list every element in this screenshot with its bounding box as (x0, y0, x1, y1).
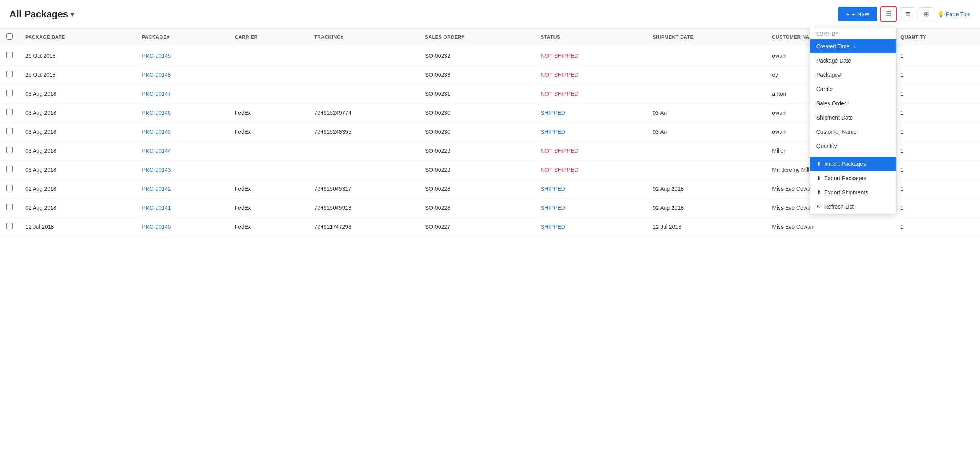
upload-icon-2: ⬆ (816, 189, 821, 196)
row-checkbox-cell[interactable] (0, 179, 19, 198)
cell-package-num[interactable]: PKG-00140 (135, 217, 228, 236)
sort-option-label: Quantity (816, 143, 837, 149)
status-badge: SHIPPED (541, 110, 565, 116)
cell-sales-order: SO-00227 (419, 217, 534, 236)
sort-option-sales-order[interactable]: Sales Order# (810, 96, 896, 110)
sort-option-label: Shipment Date (816, 114, 853, 121)
row-checkbox-cell[interactable] (0, 122, 19, 141)
cell-carrier: FedEx (229, 103, 308, 122)
sort-option-package-num[interactable]: Package# (810, 68, 896, 82)
package-link[interactable]: PKG-00141 (142, 205, 171, 211)
cell-quantity: 1 (894, 198, 980, 217)
sort-option-customer-name[interactable]: Customer Name (810, 125, 896, 139)
cell-tracking (308, 65, 419, 84)
col-tracking: TRACKING# (308, 29, 419, 46)
row-checkbox[interactable] (6, 52, 13, 58)
cell-carrier: FedEx (229, 217, 308, 236)
sort-option-created-time[interactable]: Created Time ↓ (810, 39, 896, 53)
row-checkbox-cell[interactable] (0, 141, 19, 160)
package-link[interactable]: PKG-00144 (142, 148, 171, 154)
chevron-down-icon[interactable]: ▾ (71, 10, 74, 19)
cell-package-num[interactable]: PKG-00144 (135, 141, 228, 160)
cell-package-num[interactable]: PKG-00141 (135, 198, 228, 217)
status-badge: SHIPPED (541, 205, 565, 211)
cell-package-num[interactable]: PKG-00142 (135, 179, 228, 198)
row-checkbox[interactable] (6, 71, 13, 77)
cell-package-num[interactable]: PKG-00143 (135, 160, 228, 179)
row-checkbox-cell[interactable] (0, 217, 19, 236)
cell-package-num[interactable]: PKG-00147 (135, 84, 228, 103)
select-all-checkbox[interactable] (6, 33, 13, 40)
row-checkbox-cell[interactable] (0, 46, 19, 65)
list-view-button[interactable]: ☰ (900, 7, 915, 21)
cell-status: NOT SHIPPED (534, 141, 646, 160)
package-link[interactable]: PKG-00143 (142, 167, 171, 173)
package-link[interactable]: PKG-00147 (142, 91, 171, 97)
row-checkbox-cell[interactable] (0, 160, 19, 179)
select-all-header[interactable] (0, 29, 19, 46)
cell-sales-order: SO-00229 (419, 141, 534, 160)
sort-option-package-date[interactable]: Package Date (810, 53, 896, 68)
cell-tracking (308, 141, 419, 160)
row-checkbox-cell[interactable] (0, 84, 19, 103)
sort-option-carrier[interactable]: Carrier (810, 82, 896, 96)
package-link[interactable]: PKG-00148 (142, 72, 171, 78)
status-badge: NOT SHIPPED (541, 72, 578, 78)
refresh-list-item[interactable]: ↻ Refresh List (810, 200, 896, 214)
export-shipments-item[interactable]: ⬆ Export Shipments (810, 185, 896, 200)
sort-button[interactable]: ☰ (880, 6, 897, 22)
export-packages-label: Export Packages (824, 175, 866, 181)
cell-package-num[interactable]: PKG-00146 (135, 103, 228, 122)
row-checkbox-cell[interactable] (0, 103, 19, 122)
row-checkbox[interactable] (6, 109, 13, 115)
cell-shipment-date (646, 46, 766, 65)
status-badge: SHIPPED (541, 129, 565, 135)
row-checkbox-cell[interactable] (0, 198, 19, 217)
col-sales-order: SALES ORDER# (419, 29, 534, 46)
package-link[interactable]: PKG-00140 (142, 224, 171, 230)
cell-carrier (229, 84, 308, 103)
cell-package-num[interactable]: PKG-00149 (135, 46, 228, 65)
row-checkbox-cell[interactable] (0, 65, 19, 84)
package-link[interactable]: PKG-00145 (142, 129, 171, 135)
row-checkbox[interactable] (6, 204, 13, 210)
row-checkbox[interactable] (6, 128, 13, 134)
cell-carrier (229, 46, 308, 65)
grid-icon: ⊞ (924, 11, 929, 18)
status-badge: NOT SHIPPED (541, 167, 578, 173)
list-icon: ☰ (905, 11, 910, 18)
sort-option-quantity[interactable]: Quantity (810, 139, 896, 153)
cell-shipment-date (646, 84, 766, 103)
cell-sales-order: SO-00231 (419, 84, 534, 103)
import-packages-label: Import Packages (824, 161, 866, 167)
status-badge: SHIPPED (541, 186, 565, 192)
package-link[interactable]: PKG-00146 (142, 110, 171, 116)
cell-quantity: 1 (894, 217, 980, 236)
new-button[interactable]: + + New (838, 7, 877, 21)
package-link[interactable]: PKG-00149 (142, 53, 171, 59)
export-packages-item[interactable]: ⬆ Export Packages (810, 171, 896, 185)
row-checkbox[interactable] (6, 223, 13, 229)
status-badge: NOT SHIPPED (541, 91, 578, 97)
package-link[interactable]: PKG-00142 (142, 186, 171, 192)
row-checkbox[interactable] (6, 166, 13, 172)
cell-tracking: 794615249774 (308, 103, 419, 122)
cell-shipment-date (646, 65, 766, 84)
page-title-text: All Packages (10, 9, 68, 20)
cell-package-num[interactable]: PKG-00148 (135, 65, 228, 84)
status-badge: NOT SHIPPED (541, 53, 578, 59)
sort-icon: ☰ (886, 10, 891, 18)
page-tips-button[interactable]: 💡 Page Tips (937, 11, 970, 17)
cell-tracking: 794615248355 (308, 122, 419, 141)
row-checkbox[interactable] (6, 90, 13, 96)
cell-package-num[interactable]: PKG-00145 (135, 122, 228, 141)
import-packages-item[interactable]: ⬇ Import Packages (810, 157, 896, 171)
row-checkbox[interactable] (6, 185, 13, 191)
col-status: STATUS (534, 29, 646, 46)
cell-shipment-date (646, 160, 766, 179)
row-checkbox[interactable] (6, 147, 13, 153)
plus-icon: + (846, 11, 850, 17)
sort-option-shipment-date[interactable]: Shipment Date (810, 110, 896, 125)
grid-view-button[interactable]: ⊞ (919, 7, 934, 21)
cell-date: 03 Aug 2018 (19, 160, 135, 179)
